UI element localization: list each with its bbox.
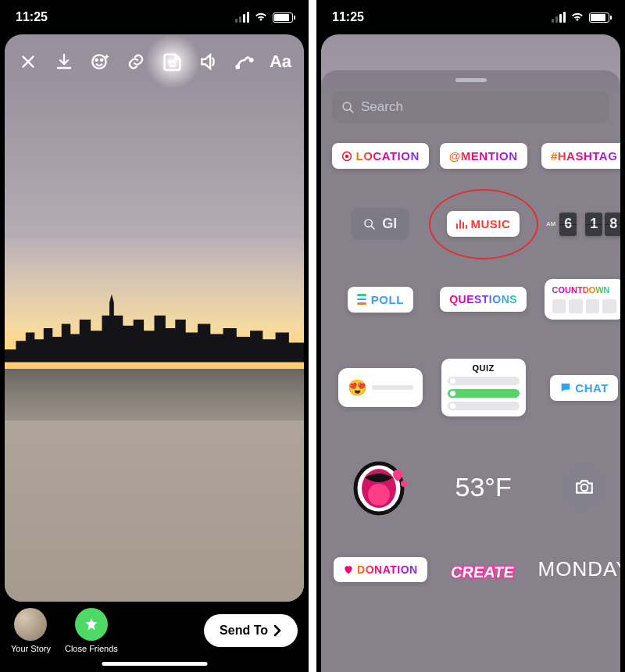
battery-icon bbox=[589, 13, 609, 23]
chat-bubble-icon bbox=[559, 381, 572, 394]
chat-label: CHAT bbox=[575, 381, 609, 395]
create-graphic-icon: CREATE bbox=[448, 557, 519, 588]
hashtag-label: #HASHTAG bbox=[551, 149, 617, 163]
svg-point-1 bbox=[96, 59, 98, 61]
sticker-sheet[interactable]: Search ⦿LOCATION @MENTION #HASHTAG GI bbox=[321, 70, 620, 672]
clock-digit: 1 bbox=[585, 213, 602, 236]
svg-point-12 bbox=[401, 481, 407, 487]
questions-label: QUESTIONS bbox=[449, 293, 517, 306]
quiz-option bbox=[448, 402, 520, 410]
status-bar: 11:25 bbox=[0, 0, 309, 34]
close-icon[interactable] bbox=[12, 46, 44, 77]
story-canvas[interactable]: Aa bbox=[5, 34, 304, 602]
status-time: 11:25 bbox=[16, 10, 48, 24]
your-story-button[interactable]: Your Story bbox=[11, 608, 51, 653]
effects-icon[interactable] bbox=[229, 46, 260, 77]
donation-sticker[interactable]: DONATION bbox=[334, 557, 427, 582]
close-friends-label: Close Friends bbox=[65, 644, 118, 653]
music-sticker[interactable]: MUSIC bbox=[447, 211, 520, 237]
quiz-label: QUIZ bbox=[448, 363, 520, 373]
quiz-sticker[interactable]: QUIZ bbox=[441, 359, 526, 416]
svg-point-4 bbox=[173, 61, 175, 63]
slider-track bbox=[372, 385, 413, 390]
sticker-picker-screen: 11:25 Search ⦿LOCATION @MENTION #HASHTAG bbox=[316, 0, 625, 672]
mention-label: @MENTION bbox=[449, 149, 518, 163]
pin-icon: ⦿ bbox=[341, 150, 353, 163]
clock-digit: 8 bbox=[605, 213, 620, 236]
gif-sticker[interactable]: GI bbox=[351, 208, 409, 240]
sticker-icon[interactable] bbox=[157, 46, 188, 77]
home-indicator[interactable] bbox=[102, 662, 207, 666]
download-icon[interactable] bbox=[48, 46, 80, 77]
story-bottom-row: Your Story Close Friends Send To bbox=[0, 605, 309, 656]
camera-sticker[interactable] bbox=[562, 465, 606, 509]
music-bars-icon bbox=[456, 220, 468, 229]
weather-sticker[interactable]: 53°F bbox=[455, 472, 512, 502]
create-sticker[interactable]: CREATE bbox=[448, 557, 519, 588]
quiz-option bbox=[448, 389, 520, 398]
clock-ampm: AM bbox=[546, 220, 555, 227]
your-story-label: Your Story bbox=[11, 644, 51, 653]
day-label: MONDAY bbox=[538, 557, 620, 581]
location-sticker[interactable]: ⦿LOCATION bbox=[332, 143, 429, 169]
location-label: LOCATION bbox=[356, 149, 420, 163]
svg-point-5 bbox=[237, 66, 239, 68]
search-icon bbox=[341, 101, 355, 114]
face-filter-icon[interactable] bbox=[84, 46, 116, 77]
photo-lower bbox=[5, 420, 304, 602]
donation-label: DONATION bbox=[357, 563, 418, 576]
battery-icon bbox=[273, 13, 293, 23]
star-icon bbox=[75, 608, 108, 641]
sound-icon[interactable] bbox=[193, 46, 224, 77]
day-sticker[interactable]: MONDAY bbox=[538, 557, 620, 581]
camera-icon bbox=[574, 477, 595, 497]
music-label: MUSIC bbox=[470, 217, 510, 231]
heart-icon bbox=[343, 564, 354, 575]
svg-point-3 bbox=[169, 61, 170, 63]
sheet-grabber[interactable] bbox=[455, 78, 487, 82]
time-sticker[interactable]: AM 6 1 8 bbox=[546, 213, 620, 236]
countdown-sticker[interactable]: COUNTDOWN bbox=[545, 279, 620, 320]
poll-sticker[interactable]: POLL bbox=[348, 287, 413, 313]
avatar bbox=[14, 608, 47, 641]
gif-label: GI bbox=[382, 216, 397, 232]
chat-sticker[interactable]: CHAT bbox=[550, 375, 618, 401]
poll-label: POLL bbox=[371, 293, 404, 306]
heart-eyes-emoji-icon: 😍 bbox=[348, 378, 367, 397]
poll-icon bbox=[357, 294, 366, 305]
svg-point-11 bbox=[368, 484, 390, 506]
selfie-sticker[interactable] bbox=[349, 456, 412, 518]
mention-sticker[interactable]: @MENTION bbox=[440, 143, 527, 169]
send-to-button[interactable]: Send To bbox=[204, 614, 298, 647]
temperature-label: 53°F bbox=[455, 472, 512, 502]
countdown-label: COUNTDOWN bbox=[552, 285, 616, 295]
text-icon[interactable]: Aa bbox=[265, 46, 296, 77]
chevron-right-icon bbox=[273, 624, 282, 637]
send-to-label: Send To bbox=[220, 624, 268, 638]
svg-point-6 bbox=[250, 59, 252, 61]
questions-sticker[interactable]: QUESTIONS bbox=[440, 287, 527, 312]
search-placeholder: Search bbox=[361, 99, 403, 115]
status-bar: 11:25 bbox=[316, 0, 625, 34]
search-input[interactable]: Search bbox=[332, 91, 609, 123]
cellular-icon bbox=[552, 12, 566, 23]
wifi-icon bbox=[570, 10, 584, 24]
mouth-icon bbox=[349, 456, 412, 518]
countdown-placeholder bbox=[552, 299, 616, 313]
close-friends-button[interactable]: Close Friends bbox=[65, 608, 118, 653]
cellular-icon bbox=[235, 12, 249, 23]
photo-water bbox=[5, 369, 304, 420]
clock-digit: 6 bbox=[559, 213, 577, 236]
status-indicators bbox=[235, 10, 293, 24]
search-icon bbox=[363, 218, 376, 231]
emoji-slider-sticker[interactable]: 😍 bbox=[338, 368, 423, 407]
status-time: 11:25 bbox=[332, 10, 364, 24]
link-icon[interactable] bbox=[120, 46, 152, 77]
wifi-icon bbox=[254, 10, 268, 24]
story-editor-screen: 11:25 bbox=[0, 0, 309, 672]
svg-point-2 bbox=[101, 59, 102, 61]
story-toolbar: Aa bbox=[5, 42, 304, 81]
status-indicators bbox=[552, 10, 609, 24]
svg-point-13 bbox=[580, 484, 588, 491]
hashtag-sticker[interactable]: #HASHTAG bbox=[541, 143, 620, 169]
